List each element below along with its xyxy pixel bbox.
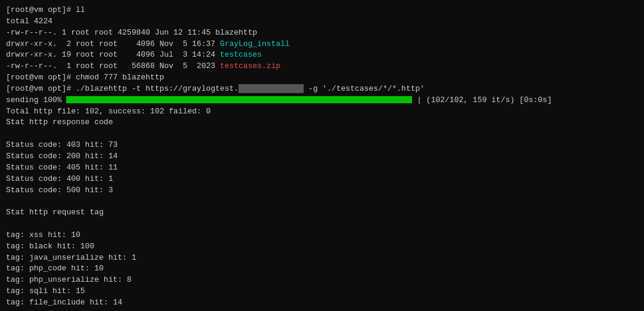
line-7: [root@vm opt]# chmod 777 blazehttp: [6, 72, 638, 84]
terminal-window: [root@vm opt]# ll total 4224 -rw-r--r--.…: [6, 5, 638, 306]
line-6: -rw-r--r--. 1 root root 56868 Nov 5 2023…: [6, 61, 638, 72]
line-total: Total http file: 102, success: 102 faile…: [6, 106, 638, 118]
line-status-405: Status code: 405 hit: 11: [6, 162, 638, 174]
line-status-400: Status code: 400 hit: 1: [6, 174, 638, 185]
tag-php-unserialize: tag: php_unserialize hit: 8: [6, 275, 638, 286]
line-5: drwxr-xr-x. 19 root root 4096 Jul 3 14:2…: [6, 50, 638, 61]
line-status-200: Status code: 200 hit: 14: [6, 151, 638, 162]
tag-sqli: tag: sqli hit: 15: [6, 286, 638, 297]
line-blank-1: [6, 128, 638, 140]
line-stat-header: Stat http response code: [6, 117, 638, 128]
line-blank-3: [6, 218, 638, 230]
line-3: -rw-r--r--. 1 root root 4259840 Jun 12 1…: [6, 27, 638, 39]
line-8: [root@vm opt]# ./blazehttp -t https://gr…: [6, 84, 638, 95]
line-blank-2: [6, 196, 638, 207]
line-2: total 4224: [6, 16, 638, 27]
tag-php-code: tag: php_code hit: 10: [6, 263, 638, 275]
line-status-403: Status code: 403 hit: 73: [6, 140, 638, 151]
line-stat-tag-header: Stat http request tag: [6, 207, 638, 218]
tag-file-include: tag: file_include hit: 14: [6, 297, 638, 306]
line-1: [root@vm opt]# ll: [6, 5, 638, 16]
tag-xss: tag: xss hit: 10: [6, 230, 638, 241]
line-progress: sending 100% | (102/102, 159 it/s) [0s:0…: [6, 95, 638, 106]
tag-java-unserialize: tag: java_unserialize hit: 1: [6, 253, 638, 264]
line-status-500: Status code: 500 hit: 3: [6, 185, 638, 196]
tag-black: tag: black hit: 100: [6, 241, 638, 253]
line-4: drwxr-xr-x. 2 root root 4096 Nov 5 16:37…: [6, 39, 638, 50]
